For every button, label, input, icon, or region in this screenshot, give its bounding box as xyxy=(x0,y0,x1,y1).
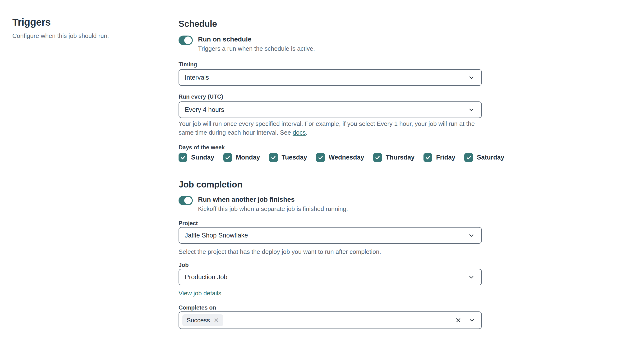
run-every-label: Run every (UTC) xyxy=(178,93,223,100)
day-checkbox-saturday[interactable]: Saturday xyxy=(464,153,504,162)
chevron-down-icon[interactable] xyxy=(468,317,475,324)
page-title: Triggers xyxy=(12,16,145,28)
triggers-section-intro: Triggers Configure when this job should … xyxy=(12,16,145,39)
completes-on-chip-success: Success ✕ xyxy=(182,314,223,326)
chevron-down-icon xyxy=(468,274,475,280)
day-checkbox-friday[interactable]: Friday xyxy=(424,153,455,162)
day-label: Friday xyxy=(436,154,455,161)
chip-remove-icon[interactable]: ✕ xyxy=(214,317,219,323)
triggers-settings-page: Triggers Configure when this job should … xyxy=(0,0,644,347)
run-when-job-finishes-label: Run when another job finishes xyxy=(198,196,348,203)
run-every-help-text: Your job will run once every specified i… xyxy=(178,119,480,137)
run-every-selected-value: Every 4 hours xyxy=(185,106,468,113)
checkbox-checked-icon xyxy=(464,153,473,162)
day-checkbox-thursday[interactable]: Thursday xyxy=(373,153,415,162)
days-of-week-group: Sunday Monday Tuesday Wednesday Thursday… xyxy=(178,153,504,162)
days-of-week-label: Days of the week xyxy=(178,144,225,151)
timing-selected-value: Intervals xyxy=(185,74,468,81)
completes-on-multiselect[interactable]: Success ✕ xyxy=(178,312,482,329)
docs-link[interactable]: docs xyxy=(292,129,306,136)
day-label: Sunday xyxy=(191,154,214,161)
project-selected-value: Jaffle Shop Snowflake xyxy=(185,232,468,239)
job-label: Job xyxy=(178,262,189,268)
run-on-schedule-texts: Run on schedule Triggers a run when the … xyxy=(198,35,315,52)
timing-select[interactable]: Intervals xyxy=(178,69,482,86)
chevron-down-icon xyxy=(468,74,475,81)
project-label: Project xyxy=(178,220,198,227)
day-label: Monday xyxy=(236,154,260,161)
completes-on-label: Completes on xyxy=(178,304,216,311)
checkbox-checked-icon xyxy=(424,153,432,162)
toggle-knob xyxy=(184,36,192,44)
job-completion-heading: Job completion xyxy=(178,180,242,190)
chevron-down-icon xyxy=(468,106,475,113)
checkbox-checked-icon xyxy=(373,153,382,162)
help-text-before: Your job will run once every specified i… xyxy=(178,120,475,136)
timing-label: Timing xyxy=(178,61,197,68)
run-on-schedule-row: Run on schedule Triggers a run when the … xyxy=(178,35,315,52)
run-when-job-finishes-toggle[interactable] xyxy=(178,196,193,205)
chevron-down-icon xyxy=(468,232,475,239)
checkbox-checked-icon xyxy=(269,153,278,162)
day-checkbox-monday[interactable]: Monday xyxy=(223,153,260,162)
page-subtitle: Configure when this job should run. xyxy=(12,32,145,39)
day-label: Thursday xyxy=(386,154,415,161)
chip-label: Success xyxy=(186,317,210,324)
help-text-after: . xyxy=(306,129,307,136)
view-job-details-link[interactable]: View job details. xyxy=(178,290,223,297)
day-label: Saturday xyxy=(477,154,504,161)
run-on-schedule-description: Triggers a run when the schedule is acti… xyxy=(198,45,315,52)
project-select[interactable]: Jaffle Shop Snowflake xyxy=(178,227,482,244)
toggle-knob xyxy=(184,197,192,204)
checkbox-checked-icon xyxy=(178,153,187,162)
day-label: Tuesday xyxy=(282,154,307,161)
run-on-schedule-label: Run on schedule xyxy=(198,35,315,43)
run-when-job-finishes-texts: Run when another job finishes Kickoff th… xyxy=(198,196,348,213)
day-checkbox-sunday[interactable]: Sunday xyxy=(178,153,214,162)
run-on-schedule-toggle[interactable] xyxy=(178,35,193,45)
checkbox-checked-icon xyxy=(223,153,232,162)
day-checkbox-tuesday[interactable]: Tuesday xyxy=(269,153,307,162)
run-when-job-finishes-description: Kickoff this job when a separate job is … xyxy=(198,205,348,213)
job-selected-value: Production Job xyxy=(185,274,468,281)
day-checkbox-wednesday[interactable]: Wednesday xyxy=(316,153,364,162)
run-every-select[interactable]: Every 4 hours xyxy=(178,101,482,118)
job-select[interactable]: Production Job xyxy=(178,269,482,285)
clear-all-icon[interactable] xyxy=(455,317,462,323)
checkbox-checked-icon xyxy=(316,153,325,162)
project-help-text: Select the project that has the deploy j… xyxy=(178,248,480,256)
schedule-heading: Schedule xyxy=(178,19,217,29)
run-when-job-finishes-row: Run when another job finishes Kickoff th… xyxy=(178,196,348,213)
day-label: Wednesday xyxy=(329,154,364,161)
